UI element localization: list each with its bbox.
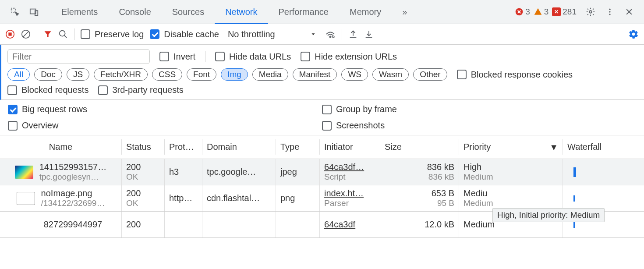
filter-bar: Invert Hide data URLs Hide extension URL… — [0, 45, 644, 100]
search-icon[interactable] — [58, 29, 68, 39]
col-priority[interactable]: Priority▼ — [459, 139, 563, 155]
options-bar: Big request rows Group by frame Overview… — [0, 100, 644, 135]
devtools-tabbar: ElementsConsoleSourcesNetworkPerformance… — [0, 0, 644, 24]
svg-point-4 — [589, 11, 592, 13]
col-initiator[interactable]: Initiator — [320, 139, 380, 155]
tab-network[interactable]: Network — [215, 0, 268, 24]
import-har-icon[interactable] — [364, 29, 374, 39]
tab-elements[interactable]: Elements — [51, 0, 108, 24]
priority-tooltip: High, Initial priority: Medium — [492, 208, 605, 222]
col-type[interactable]: Type — [276, 139, 320, 155]
warning-badge[interactable]: 3 — [534, 7, 549, 17]
svg-point-7 — [609, 14, 610, 15]
device-toggle-icon[interactable] — [25, 2, 44, 21]
type-pill-ws[interactable]: WS — [341, 68, 368, 81]
screenshots-checkbox[interactable]: Screenshots — [322, 120, 385, 131]
svg-point-6 — [609, 11, 610, 12]
inspect-icon[interactable] — [5, 2, 25, 21]
svg-point-12 — [329, 36, 331, 38]
waterfall-bar — [573, 195, 575, 202]
waterfall-bar — [573, 222, 575, 228]
big-rows-checkbox[interactable]: Big request rows — [8, 104, 87, 114]
table-row[interactable]: noImage.png/134122/32699…200OKhttp…cdn.f… — [0, 185, 644, 212]
type-pill-css[interactable]: CSS — [152, 68, 182, 81]
svg-point-13 — [333, 36, 334, 38]
export-har-icon[interactable] — [348, 29, 358, 39]
close-icon[interactable] — [619, 2, 639, 21]
col-protocol[interactable]: Prot… — [165, 139, 202, 155]
type-pill-doc[interactable]: Doc — [34, 68, 62, 81]
network-settings-icon[interactable] — [628, 29, 639, 39]
type-pill-fetch-xhr[interactable]: Fetch/XHR — [94, 68, 148, 81]
overview-checkbox[interactable]: Overview — [8, 120, 58, 131]
type-pill-all[interactable]: All — [7, 68, 30, 81]
clear-icon[interactable] — [21, 29, 31, 39]
col-name[interactable]: Name — [0, 139, 122, 155]
hide-data-urls-checkbox[interactable]: Hide data URLs — [215, 52, 291, 62]
type-pill-font[interactable]: Font — [187, 68, 216, 81]
sort-desc-icon: ▼ — [549, 142, 558, 152]
group-frame-checkbox[interactable]: Group by frame — [322, 104, 397, 114]
disable-cache-checkbox[interactable]: Disable cache — [150, 29, 219, 39]
table-header: Name Status Prot… Domain Type Initiator … — [0, 135, 644, 159]
third-party-checkbox[interactable]: 3rd-party requests — [98, 85, 183, 95]
col-domain[interactable]: Domain — [202, 139, 276, 155]
thumb-icon — [17, 192, 35, 205]
blocked-cookies-checkbox[interactable]: Blocked response cookies — [457, 70, 573, 80]
type-pill-media[interactable]: Media — [252, 68, 288, 81]
filter-input[interactable] — [7, 49, 150, 64]
type-pill-other[interactable]: Other — [413, 68, 447, 81]
preserve-log-checkbox[interactable]: Preserve log — [81, 29, 144, 39]
invert-checkbox[interactable]: Invert — [159, 52, 195, 62]
table-row[interactable]: 141152993157…tpc.googlesyn…200OKh3tpc.go… — [0, 159, 644, 185]
tab-performance[interactable]: Performance — [268, 0, 340, 24]
type-pill-img[interactable]: Img — [221, 68, 248, 81]
blocked-requests-checkbox[interactable]: Blocked requests — [7, 85, 88, 95]
type-pill-js[interactable]: JS — [67, 68, 89, 81]
badge-group: 3 3 ✕281 — [515, 7, 577, 17]
svg-point-5 — [609, 9, 610, 10]
type-pill-wasm[interactable]: Wasm — [372, 68, 409, 81]
more-tabs[interactable]: » — [392, 0, 418, 24]
type-pill-manifest[interactable]: Manifest — [293, 68, 337, 81]
tab-console[interactable]: Console — [108, 0, 161, 24]
svg-rect-9 — [8, 32, 11, 35]
record-icon[interactable] — [5, 29, 15, 39]
waterfall-bar — [573, 167, 576, 177]
issue-badge[interactable]: ✕281 — [552, 7, 577, 17]
network-conditions-icon[interactable] — [325, 29, 336, 39]
hide-extension-urls-checkbox[interactable]: Hide extension URLs — [301, 52, 397, 62]
col-size[interactable]: Size — [380, 139, 459, 155]
error-badge[interactable]: 3 — [515, 7, 530, 17]
throttling-select[interactable]: No throttling — [225, 28, 319, 41]
requests-table: Name Status Prot… Domain Type Initiator … — [0, 135, 644, 238]
network-toolbar: Preserve log Disable cache No throttling — [0, 24, 644, 45]
col-status[interactable]: Status — [122, 139, 165, 155]
type-filter-pills: AllDocJSFetch/XHRCSSFontImgMediaManifest… — [7, 68, 447, 81]
tab-sources[interactable]: Sources — [162, 0, 215, 24]
svg-point-11 — [60, 31, 65, 36]
thumb-icon — [15, 166, 33, 179]
filter-icon[interactable] — [43, 30, 52, 39]
settings-icon[interactable] — [581, 2, 600, 21]
col-waterfall[interactable]: Waterfall — [563, 139, 644, 155]
tab-memory[interactable]: Memory — [339, 0, 392, 24]
kebab-menu-icon[interactable] — [600, 2, 619, 21]
